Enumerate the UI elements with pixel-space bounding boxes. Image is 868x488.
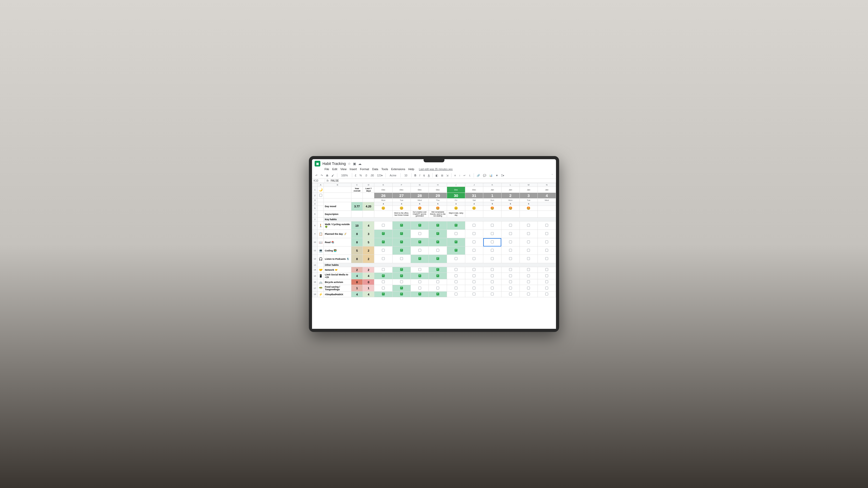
habit-checkbox-cell[interactable] (501, 292, 520, 297)
habit-checkbox-cell[interactable] (465, 285, 483, 292)
column-header[interactable]: E (374, 183, 393, 187)
habit-week-count[interactable]: 4 (363, 222, 374, 230)
sheet-emoji[interactable]: 🌙 (318, 187, 324, 193)
italic-icon[interactable]: I (418, 173, 421, 177)
habit-checkbox-cell[interactable] (447, 247, 465, 255)
habit-checkbox-cell[interactable] (520, 279, 538, 285)
habit-checkbox-cell[interactable] (483, 285, 501, 292)
mood-rating[interactable]: 4 (374, 202, 393, 206)
mood-emoji[interactable]: 😊 (393, 206, 411, 211)
day-description[interactable]: Went to the office, had Döner Kebab (393, 211, 411, 218)
habit-checkbox-cell[interactable] (483, 292, 501, 297)
chart-icon[interactable]: 📊 (489, 173, 493, 177)
habit-checkbox-cell[interactable] (501, 267, 520, 273)
mood-emoji[interactable]: 🤩 (429, 206, 447, 211)
habit-week-count[interactable]: 4 (363, 292, 374, 297)
habit-checkbox-cell[interactable] (410, 238, 429, 247)
habit-checkbox-cell[interactable] (520, 285, 538, 292)
mood-emoji[interactable]: 😊 (374, 206, 393, 211)
row-header[interactable]: 17 (312, 285, 318, 292)
habit-year-count[interactable]: 0 (351, 279, 363, 285)
mood-rating[interactable]: 5 (520, 202, 538, 206)
column-header[interactable]: D (363, 183, 374, 187)
mood-rating[interactable] (538, 202, 556, 206)
habit-checkbox-cell[interactable] (483, 222, 501, 230)
row-header[interactable]: 10 (312, 238, 318, 247)
comment-icon[interactable]: 💬 (482, 173, 487, 177)
habit-checkbox-cell[interactable] (483, 230, 501, 238)
habit-checkbox-cell[interactable] (520, 292, 538, 297)
print-icon[interactable]: 🖶 (325, 173, 329, 177)
habit-checkbox-cell[interactable] (393, 279, 411, 285)
row-header[interactable]: 14 (312, 267, 318, 273)
habit-checkbox-cell[interactable] (374, 238, 393, 247)
habit-year-count[interactable]: 8 (351, 238, 363, 247)
mood-emoji[interactable]: 😐 (447, 206, 465, 211)
habit-checkbox-cell[interactable] (374, 230, 393, 238)
habit-week-count[interactable]: 1 (363, 285, 374, 292)
habit-checkbox-cell[interactable] (410, 222, 429, 230)
row-header[interactable]: 13 (312, 263, 318, 267)
row-header[interactable]: 12 (312, 255, 318, 263)
row-header[interactable]: 3 (312, 199, 318, 202)
habit-checkbox-cell[interactable] (374, 247, 393, 255)
habit-checkbox-cell[interactable] (393, 255, 411, 263)
menu-view[interactable]: View (339, 167, 348, 171)
habit-checkbox-cell[interactable] (501, 238, 520, 247)
habit-checkbox-cell[interactable] (447, 292, 465, 297)
v-align-icon[interactable]: ↕ (458, 173, 461, 177)
habit-checkbox-cell[interactable] (393, 285, 411, 292)
habit-checkbox-cell[interactable] (410, 255, 429, 263)
habit-checkbox-cell[interactable] (410, 273, 429, 279)
habit-checkbox-cell[interactable] (501, 230, 520, 238)
habit-checkbox-cell[interactable] (465, 267, 483, 273)
habit-checkbox-cell[interactable] (447, 273, 465, 279)
mood-emoji[interactable]: 🤩 (501, 206, 520, 211)
habit-week-count[interactable]: 2 (363, 247, 374, 255)
habit-checkbox-cell[interactable] (429, 255, 447, 263)
row-header[interactable]: 15 (312, 273, 318, 279)
habit-checkbox-cell[interactable] (520, 255, 538, 263)
mood-emoji[interactable]: 🤩 (483, 206, 501, 211)
habit-checkbox-cell[interactable] (538, 292, 556, 297)
habit-year-count[interactable]: 8 (351, 230, 363, 238)
habit-week-count[interactable]: 4 (363, 273, 374, 279)
habit-checkbox-cell[interactable] (429, 292, 447, 297)
fill-color-icon[interactable]: ◧ (435, 173, 439, 177)
habit-checkbox-cell[interactable] (538, 285, 556, 292)
column-header[interactable]: C (351, 183, 363, 187)
habit-checkbox-cell[interactable] (393, 273, 411, 279)
habit-checkbox-cell[interactable] (538, 273, 556, 279)
row-header[interactable]: 5 (312, 206, 318, 211)
column-header[interactable]: L (501, 183, 520, 187)
habit-checkbox-cell[interactable] (520, 238, 538, 247)
mood-rating[interactable]: 4 (465, 202, 483, 206)
habit-checkbox-cell[interactable] (393, 247, 411, 255)
wrap-icon[interactable]: ↵ (463, 173, 466, 177)
row-header[interactable]: 1 (312, 187, 318, 193)
habit-checkbox-cell[interactable] (520, 247, 538, 255)
habit-checkbox-cell[interactable] (465, 222, 483, 230)
habit-checkbox-cell[interactable] (447, 238, 465, 247)
habit-checkbox-cell[interactable] (483, 255, 501, 263)
increase-decimal-icon[interactable]: .00 (369, 173, 375, 177)
habit-checkbox-cell[interactable] (374, 279, 393, 285)
h-align-icon[interactable]: ≡ (454, 173, 457, 177)
habit-checkbox-cell[interactable] (483, 267, 501, 273)
habit-checkbox-cell[interactable] (410, 230, 429, 238)
habit-checkbox-cell[interactable] (538, 238, 556, 247)
habit-checkbox-cell[interactable] (410, 267, 429, 273)
habit-checkbox-cell[interactable] (501, 247, 520, 255)
percent-icon[interactable]: % (359, 173, 363, 177)
day-description[interactable]: Got creative over ChatGPT and AI-generat… (410, 211, 429, 218)
habit-week-count[interactable]: 3 (363, 230, 374, 238)
habit-checkbox-cell[interactable] (447, 267, 465, 273)
habit-checkbox-cell[interactable] (465, 230, 483, 238)
day-description[interactable]: Met remarkable friends, went to the ice-… (429, 211, 447, 218)
habit-checkbox-cell[interactable] (393, 222, 411, 230)
borders-icon[interactable]: ⊞ (440, 173, 444, 177)
mood-emoji[interactable]: 🤩 (410, 206, 429, 211)
column-header[interactable]: J (465, 183, 483, 187)
currency-icon[interactable]: £ (354, 173, 358, 177)
habit-checkbox-cell[interactable] (483, 279, 501, 285)
